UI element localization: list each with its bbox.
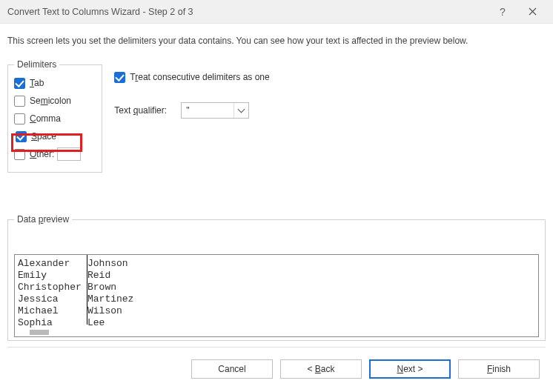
preview-cell: Emily [18,270,87,282]
back-button[interactable]: < Back [280,359,362,379]
data-preview-legend: Data preview [14,214,72,225]
other-delimiter-input[interactable] [57,147,81,161]
delimiters-legend: Delimiters [14,59,59,70]
data-preview-box: Alexander Emily Christopher Jessica Mich… [14,254,539,337]
treat-consecutive[interactable]: Treat consecutive delimiters as one [114,68,269,86]
preview-cell: Martinez [87,293,133,305]
checkbox-space[interactable] [16,131,27,142]
vertical-scrollbar[interactable] [538,271,539,296]
checkbox-tab[interactable] [14,78,25,89]
horizontal-scrollbar[interactable] [30,330,49,335]
preview-cell: Reid [87,270,133,282]
preview-cell: Brown [87,282,133,293]
checkbox-comma[interactable] [14,113,25,124]
delimiter-comma[interactable]: Comma [14,110,81,127]
title-bar: Convert Text to Columns Wizard - Step 2 … [0,0,553,24]
preview-cell: Alexander [18,258,87,270]
preview-cell: Jessica [18,293,87,305]
checkbox-semicolon[interactable] [14,96,25,107]
delimiter-space[interactable]: Space [14,127,81,145]
data-preview-group: Data preview Alexander Emily Christopher… [7,214,546,341]
window-title: Convert Text to Columns Wizard - Step 2 … [7,7,488,17]
delimiter-semicolon[interactable]: Semicolon [14,92,81,110]
preview-cell: Wilson [87,305,133,317]
finish-button[interactable]: Finish [458,359,540,379]
button-row: Cancel < Back Next > Finish [7,348,546,379]
preview-cell: Michael [18,305,87,317]
help-button[interactable]: ? [488,1,517,22]
delimiter-other[interactable]: Other: [14,145,81,163]
checkbox-other[interactable] [14,149,25,160]
preview-cell: Johnson [87,258,133,270]
preview-cell: Lee [87,317,133,329]
close-button[interactable] [517,1,547,22]
intro-text: This screen lets you set the delimiters … [7,36,546,46]
cancel-button[interactable]: Cancel [191,359,273,379]
delimiter-tab[interactable]: Tab [14,74,81,92]
chevron-down-icon [234,103,248,118]
next-button[interactable]: Next > [369,359,451,379]
text-qualifier-label: Text qualifier: [114,105,181,116]
preview-cell: Sophia [18,317,87,329]
preview-cell: Christopher [18,282,87,293]
checkbox-consecutive[interactable] [114,72,125,83]
text-qualifier-select[interactable]: " [181,102,249,119]
text-qualifier-value: " [182,105,234,116]
delimiters-group: Delimiters Tab Semicolon Comma Space Oth… [7,59,102,173]
close-icon [529,7,537,16]
